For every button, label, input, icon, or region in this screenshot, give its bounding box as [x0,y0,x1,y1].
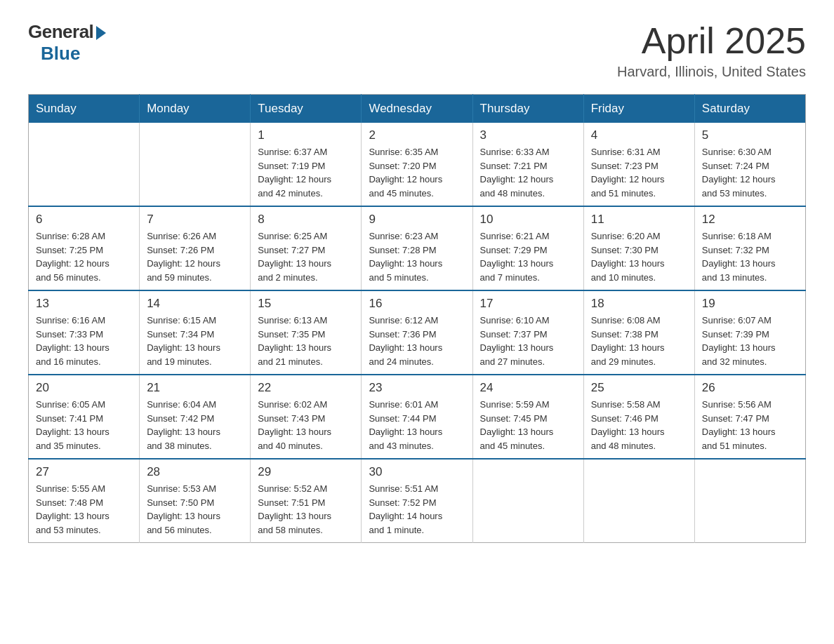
day-info: Sunrise: 6:21 AM Sunset: 7:29 PM Dayligh… [480,229,576,284]
day-of-week-header: Monday [140,95,251,123]
calendar-cell: 10Sunrise: 6:21 AM Sunset: 7:29 PM Dayli… [472,206,583,290]
day-number: 5 [702,128,798,142]
calendar-cell: 29Sunrise: 5:52 AM Sunset: 7:51 PM Dayli… [251,459,362,543]
day-info: Sunrise: 6:23 AM Sunset: 7:28 PM Dayligh… [369,229,465,284]
calendar-week-row: 13Sunrise: 6:16 AM Sunset: 7:33 PM Dayli… [29,290,806,375]
day-number: 19 [702,297,798,311]
day-number: 25 [591,381,687,395]
day-number: 22 [258,381,354,395]
calendar-cell: 4Sunrise: 6:31 AM Sunset: 7:23 PM Daylig… [583,123,694,206]
day-info: Sunrise: 6:26 AM Sunset: 7:26 PM Dayligh… [147,229,243,284]
day-of-week-header: Friday [583,95,694,123]
day-number: 29 [258,465,354,479]
month-title: April 2025 [617,21,806,61]
calendar-cell: 2Sunrise: 6:35 AM Sunset: 7:20 PM Daylig… [362,123,472,206]
calendar-cell: 6Sunrise: 6:28 AM Sunset: 7:25 PM Daylig… [29,206,140,290]
calendar-cell [583,459,694,543]
day-info: Sunrise: 6:01 AM Sunset: 7:44 PM Dayligh… [369,398,465,452]
day-number: 30 [369,465,465,479]
day-info: Sunrise: 6:37 AM Sunset: 7:19 PM Dayligh… [258,145,354,200]
day-info: Sunrise: 6:30 AM Sunset: 7:24 PM Dayligh… [702,145,798,200]
day-number: 6 [36,213,132,227]
calendar-header-row: SundayMondayTuesdayWednesdayThursdayFrid… [29,95,806,123]
day-number: 12 [702,213,798,227]
calendar-cell: 24Sunrise: 5:59 AM Sunset: 7:45 PM Dayli… [472,375,583,459]
day-info: Sunrise: 5:55 AM Sunset: 7:48 PM Dayligh… [36,482,132,537]
day-info: Sunrise: 6:28 AM Sunset: 7:25 PM Dayligh… [36,229,132,284]
day-of-week-header: Wednesday [362,95,472,123]
day-info: Sunrise: 6:13 AM Sunset: 7:35 PM Dayligh… [258,314,354,368]
logo-arrow-icon [96,26,106,40]
calendar-week-row: 6Sunrise: 6:28 AM Sunset: 7:25 PM Daylig… [29,206,806,290]
day-info: Sunrise: 5:59 AM Sunset: 7:45 PM Dayligh… [480,398,576,452]
calendar-week-row: 20Sunrise: 6:05 AM Sunset: 7:41 PM Dayli… [29,375,806,459]
location-label: Harvard, Illinois, United States [617,64,806,80]
day-info: Sunrise: 6:33 AM Sunset: 7:21 PM Dayligh… [480,145,576,200]
day-info: Sunrise: 6:15 AM Sunset: 7:34 PM Dayligh… [147,314,243,368]
day-info: Sunrise: 6:08 AM Sunset: 7:38 PM Dayligh… [591,314,687,368]
day-number: 14 [147,297,243,311]
day-number: 16 [369,297,465,311]
day-number: 13 [36,297,132,311]
day-info: Sunrise: 6:35 AM Sunset: 7:20 PM Dayligh… [369,145,465,200]
logo-general-text: General [28,21,93,43]
calendar-cell: 7Sunrise: 6:26 AM Sunset: 7:26 PM Daylig… [140,206,251,290]
day-number: 4 [591,128,687,142]
day-info: Sunrise: 6:10 AM Sunset: 7:37 PM Dayligh… [480,314,576,368]
calendar-cell: 14Sunrise: 6:15 AM Sunset: 7:34 PM Dayli… [140,290,251,375]
logo: General Blue [28,21,106,65]
day-number: 8 [258,213,354,227]
calendar-cell: 3Sunrise: 6:33 AM Sunset: 7:21 PM Daylig… [472,123,583,206]
day-of-week-header: Saturday [694,95,805,123]
calendar-cell: 8Sunrise: 6:25 AM Sunset: 7:27 PM Daylig… [251,206,362,290]
calendar-cell: 28Sunrise: 5:53 AM Sunset: 7:50 PM Dayli… [140,459,251,543]
calendar-cell: 1Sunrise: 6:37 AM Sunset: 7:19 PM Daylig… [251,123,362,206]
calendar-cell: 26Sunrise: 5:56 AM Sunset: 7:47 PM Dayli… [694,375,805,459]
day-info: Sunrise: 5:51 AM Sunset: 7:52 PM Dayligh… [369,482,465,537]
calendar-cell: 27Sunrise: 5:55 AM Sunset: 7:48 PM Dayli… [29,459,140,543]
calendar-cell: 5Sunrise: 6:30 AM Sunset: 7:24 PM Daylig… [694,123,805,206]
calendar-cell: 22Sunrise: 6:02 AM Sunset: 7:43 PM Dayli… [251,375,362,459]
day-info: Sunrise: 6:20 AM Sunset: 7:30 PM Dayligh… [591,229,687,284]
day-info: Sunrise: 5:53 AM Sunset: 7:50 PM Dayligh… [147,482,243,537]
day-number: 23 [369,381,465,395]
day-info: Sunrise: 5:58 AM Sunset: 7:46 PM Dayligh… [591,398,687,452]
day-info: Sunrise: 6:02 AM Sunset: 7:43 PM Dayligh… [258,398,354,452]
day-info: Sunrise: 5:52 AM Sunset: 7:51 PM Dayligh… [258,482,354,537]
calendar-cell: 18Sunrise: 6:08 AM Sunset: 7:38 PM Dayli… [583,290,694,375]
day-number: 1 [258,128,354,142]
day-info: Sunrise: 6:04 AM Sunset: 7:42 PM Dayligh… [147,398,243,452]
calendar-cell: 30Sunrise: 5:51 AM Sunset: 7:52 PM Dayli… [362,459,472,543]
calendar-cell: 13Sunrise: 6:16 AM Sunset: 7:33 PM Dayli… [29,290,140,375]
page-header: General Blue April 2025 Harvard, Illinoi… [28,21,806,80]
day-info: Sunrise: 6:25 AM Sunset: 7:27 PM Dayligh… [258,229,354,284]
day-of-week-header: Tuesday [251,95,362,123]
calendar-cell: 15Sunrise: 6:13 AM Sunset: 7:35 PM Dayli… [251,290,362,375]
day-number: 2 [369,128,465,142]
calendar-cell [29,123,140,206]
day-number: 27 [36,465,132,479]
calendar-week-row: 27Sunrise: 5:55 AM Sunset: 7:48 PM Dayli… [29,459,806,543]
day-info: Sunrise: 6:31 AM Sunset: 7:23 PM Dayligh… [591,145,687,200]
day-number: 28 [147,465,243,479]
calendar-cell [140,123,251,206]
day-of-week-header: Thursday [472,95,583,123]
calendar-cell [694,459,805,543]
calendar-cell: 21Sunrise: 6:04 AM Sunset: 7:42 PM Dayli… [140,375,251,459]
calendar-cell: 23Sunrise: 6:01 AM Sunset: 7:44 PM Dayli… [362,375,472,459]
day-info: Sunrise: 6:16 AM Sunset: 7:33 PM Dayligh… [36,314,132,368]
day-number: 10 [480,213,576,227]
day-info: Sunrise: 6:12 AM Sunset: 7:36 PM Dayligh… [369,314,465,368]
day-number: 7 [147,213,243,227]
day-info: Sunrise: 6:07 AM Sunset: 7:39 PM Dayligh… [702,314,798,368]
calendar-cell: 25Sunrise: 5:58 AM Sunset: 7:46 PM Dayli… [583,375,694,459]
day-number: 21 [147,381,243,395]
calendar-cell: 17Sunrise: 6:10 AM Sunset: 7:37 PM Dayli… [472,290,583,375]
day-number: 9 [369,213,465,227]
day-number: 11 [591,213,687,227]
calendar-cell: 12Sunrise: 6:18 AM Sunset: 7:32 PM Dayli… [694,206,805,290]
day-number: 20 [36,381,132,395]
day-number: 24 [480,381,576,395]
calendar-cell: 19Sunrise: 6:07 AM Sunset: 7:39 PM Dayli… [694,290,805,375]
day-info: Sunrise: 6:18 AM Sunset: 7:32 PM Dayligh… [702,229,798,284]
